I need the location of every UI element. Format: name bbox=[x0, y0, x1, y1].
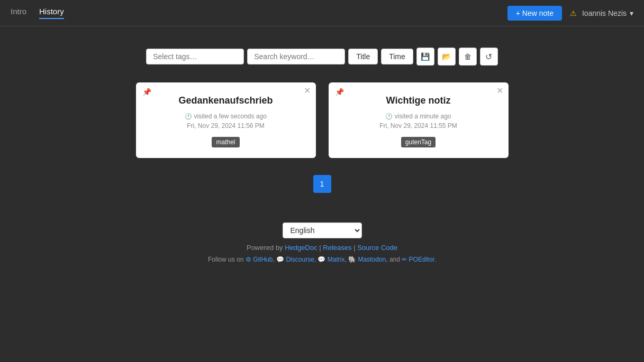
card-title-2[interactable]: Wichtige notiz bbox=[339, 95, 498, 106]
filter-bar: Title Time 💾 📂 🗑 ↺ bbox=[146, 48, 498, 66]
new-note-button[interactable]: + New note bbox=[507, 6, 562, 21]
releases-link[interactable]: Releases bbox=[323, 244, 351, 252]
trash-icon: 🗑 bbox=[464, 52, 471, 61]
history-card-2: 📌 ✕ Wichtige notiz 🕐 visited a minute ag… bbox=[329, 82, 509, 158]
card-visited-1: 🕐 visited a few seconds ago bbox=[147, 113, 305, 120]
main-content: Title Time 💾 📂 🗑 ↺ 📌 ✕ Gedankenaufschrie… bbox=[0, 26, 644, 284]
pin-icon-2: 📌 bbox=[335, 88, 344, 96]
card-date-2: Fri, Nov 29, 2024 11:55 PM bbox=[339, 122, 498, 129]
history-card-1: 📌 ✕ Gedankenaufschrieb 🕐 visited a few s… bbox=[136, 82, 316, 158]
tab-history[interactable]: History bbox=[39, 7, 64, 19]
follow-text: Follow us on bbox=[208, 256, 243, 263]
clock-icon-2: 🕐 bbox=[385, 113, 393, 119]
user-menu[interactable]: ⚠ Ioannis Nezis ▾ bbox=[568, 8, 633, 18]
chevron-down-icon: ▾ bbox=[630, 9, 633, 17]
refresh-button[interactable]: ↺ bbox=[480, 48, 498, 66]
github-link[interactable]: ⚙ GitHub bbox=[246, 256, 273, 263]
mastodon-icon: 🐘 bbox=[348, 256, 356, 263]
card-title-1[interactable]: Gedankenaufschrieb bbox=[147, 95, 305, 106]
tab-intro[interactable]: Intro bbox=[11, 7, 26, 19]
refresh-icon: ↺ bbox=[485, 52, 492, 62]
footer: English Deutsch Français 日本語 中文 Powered … bbox=[208, 222, 436, 263]
select-tags-input[interactable] bbox=[146, 49, 244, 64]
tag-1-0[interactable]: mathel bbox=[212, 137, 239, 147]
clock-icon-1: 🕐 bbox=[185, 113, 192, 119]
footer-language-selector: English Deutsch Français 日本語 中文 bbox=[208, 222, 436, 238]
save-icon: 💾 bbox=[421, 52, 430, 61]
delete-button[interactable]: 🗑 bbox=[459, 48, 477, 66]
save-button[interactable]: 💾 bbox=[416, 48, 434, 66]
card-close-button-1[interactable]: ✕ bbox=[304, 87, 311, 95]
nav-right: + New note ⚠ Ioannis Nezis ▾ bbox=[507, 6, 633, 21]
search-keyword-input[interactable] bbox=[247, 49, 345, 64]
mastodon-link[interactable]: 🐘 Mastodon bbox=[348, 256, 386, 263]
pin-icon-1: 📌 bbox=[142, 88, 151, 96]
matrix-icon: 💬 bbox=[318, 256, 325, 263]
footer-social: Follow us on ⚙ GitHub, 💬 Discourse, 💬 Ma… bbox=[208, 256, 436, 263]
nav-tabs: Intro History bbox=[11, 7, 507, 19]
user-name: Ioannis Nezis bbox=[582, 9, 627, 17]
card-date-1: Fri, Nov 29, 2024 11:56 PM bbox=[147, 122, 305, 129]
powered-by-text: Powered by bbox=[247, 244, 283, 252]
card-close-button-2[interactable]: ✕ bbox=[496, 87, 503, 95]
matrix-link[interactable]: 💬 Matrix bbox=[318, 256, 344, 263]
folder-button[interactable]: 📂 bbox=[438, 48, 456, 66]
time-sort-button[interactable]: Time bbox=[381, 49, 413, 64]
language-select[interactable]: English Deutsch Français 日本語 中文 bbox=[283, 222, 362, 238]
tag-2-0[interactable]: gutenTag bbox=[401, 137, 436, 147]
navbar: Intro History + New note ⚠ Ioannis Nezis… bbox=[0, 0, 644, 26]
card-tags-1: mathel bbox=[147, 137, 305, 147]
footer-links: Powered by HedgeDoc | Releases | Source … bbox=[208, 244, 436, 252]
pagination: 1 bbox=[313, 175, 331, 193]
poeditor-link[interactable]: ✏ POEditor bbox=[402, 256, 434, 263]
warning-icon: ⚠ bbox=[568, 8, 579, 18]
poeditor-icon: ✏ bbox=[402, 256, 407, 263]
title-sort-button[interactable]: Title bbox=[348, 49, 378, 64]
discourse-icon: 💬 bbox=[276, 256, 284, 263]
card-visited-2: 🕐 visited a minute ago bbox=[339, 113, 498, 120]
github-icon: ⚙ bbox=[246, 256, 251, 263]
card-tags-2: gutenTag bbox=[339, 137, 498, 147]
page-1-button[interactable]: 1 bbox=[313, 175, 331, 193]
source-code-link[interactable]: Source Code bbox=[357, 244, 397, 252]
discourse-link[interactable]: 💬 Discourse bbox=[276, 256, 314, 263]
folder-icon: 📂 bbox=[442, 52, 451, 61]
cards-container: 📌 ✕ Gedankenaufschrieb 🕐 visited a few s… bbox=[136, 82, 509, 158]
hedgedoc-link[interactable]: HedgeDoc bbox=[285, 244, 317, 252]
and-text: and bbox=[389, 256, 400, 263]
